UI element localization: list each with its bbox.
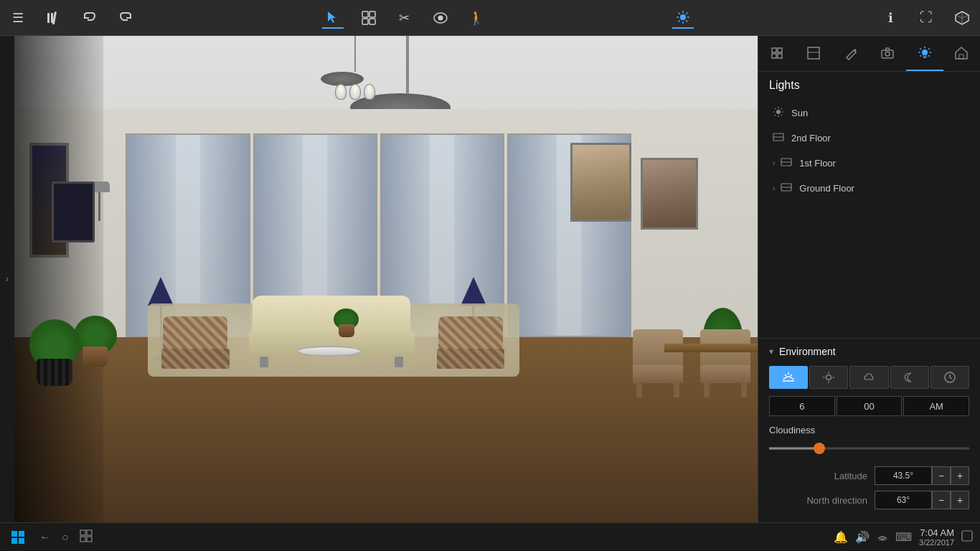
walk-icon[interactable]: 🚶 (466, 7, 487, 29)
3d-icon[interactable] (951, 7, 973, 29)
select-icon[interactable] (322, 7, 344, 29)
light-item-1st-floor-label: 1st Floor (799, 158, 836, 169)
svg-rect-69 (80, 537, 85, 542)
taskbar-volume-icon[interactable]: 🔊 (855, 530, 870, 544)
lights-panel-btn[interactable] (906, 36, 943, 71)
svg-line-34 (920, 55, 921, 57)
light-item-ground-floor[interactable]: › Ground Floor (769, 176, 969, 201)
light-item-ground-floor-label: Ground Floor (799, 183, 854, 194)
viewport[interactable] (14, 36, 758, 522)
eye-icon[interactable] (430, 7, 451, 29)
svg-line-32 (928, 55, 930, 57)
svg-rect-70 (87, 537, 92, 542)
dining-table (664, 344, 758, 352)
svg-rect-5 (362, 19, 368, 24)
time-btn-sunny[interactable] (809, 366, 848, 389)
env-chevron: ▾ (769, 347, 773, 357)
expand-arrow-ground: › (773, 184, 775, 192)
black-pot-plant (29, 319, 80, 386)
taskbar-notification-icon[interactable]: 🔔 (834, 530, 848, 544)
light-item-sun[interactable]: Sun (769, 100, 969, 126)
time-buttons-group (769, 366, 969, 389)
slider-thumb[interactable] (814, 443, 825, 454)
redo-icon[interactable] (115, 7, 136, 29)
taskbar-back-btn[interactable]: ← (39, 531, 51, 544)
svg-rect-64 (19, 531, 24, 537)
scissors-icon[interactable]: ✂ (394, 7, 415, 29)
environment-title: Environment (779, 346, 836, 357)
svg-rect-67 (80, 530, 85, 535)
taskbar-network-icon[interactable] (877, 530, 888, 545)
north-direction-minus-btn[interactable]: − (932, 491, 951, 509)
floor-item-icon-1 (781, 156, 792, 170)
latitude-plus-btn[interactable]: + (951, 466, 969, 485)
taskbar-clock: 7:04 AM 3/22/2017 (919, 527, 954, 547)
info-icon[interactable]: ℹ (880, 7, 901, 29)
svg-rect-63 (11, 531, 17, 537)
left-wall (14, 36, 103, 522)
cloudiness-label: Cloudiness (769, 425, 969, 435)
tools-panel-btn[interactable] (758, 36, 796, 71)
cloudiness-slider[interactable] (769, 441, 969, 456)
plant-left (74, 316, 117, 367)
latitude-minus-btn[interactable]: − (932, 466, 951, 485)
svg-line-42 (781, 115, 782, 116)
environment-section: ▾ Environment (758, 338, 980, 522)
svg-line-17 (679, 20, 680, 22)
svg-rect-3 (362, 11, 368, 17)
latitude-input[interactable] (875, 466, 932, 485)
sun-toolbar-icon[interactable] (672, 7, 694, 29)
layout-panel-btn[interactable] (796, 36, 833, 71)
taskbar: ← ○ 🔔 🔊 ⌨ 7:04 AM 3/22/2017 (0, 522, 980, 551)
svg-line-62 (950, 377, 952, 379)
light-item-2nd-floor[interactable]: 2nd Floor (769, 126, 969, 151)
taskbar-multiview-btn[interactable] (80, 529, 93, 545)
taskbar-keyboard-icon[interactable]: ⌨ (895, 530, 912, 544)
svg-line-16 (687, 12, 688, 14)
camera-panel-btn[interactable] (870, 36, 907, 71)
svg-point-71 (882, 540, 883, 541)
time-btn-night[interactable] (890, 366, 929, 389)
undo-icon[interactable] (79, 7, 100, 29)
svg-point-36 (776, 110, 781, 114)
house-panel-btn[interactable] (943, 36, 981, 71)
dining-chair-2 (633, 329, 683, 401)
svg-rect-65 (11, 538, 17, 544)
environment-header[interactable]: ▾ Environment (769, 346, 969, 357)
time-btn-clock[interactable] (930, 366, 969, 389)
time-hour[interactable]: 6 (769, 396, 835, 416)
time-period[interactable]: AM (903, 396, 969, 416)
taskbar-search-btn[interactable]: ○ (62, 531, 69, 544)
library-icon[interactable] (43, 7, 65, 29)
north-direction-input[interactable] (875, 491, 932, 509)
fullscreen-icon[interactable]: ⛶ (915, 7, 937, 29)
windows-start-btn[interactable] (7, 527, 29, 548)
svg-line-15 (687, 20, 688, 22)
clock-time: 7:04 AM (919, 527, 954, 538)
light-item-1st-floor[interactable]: › 1st Floor (769, 151, 969, 176)
latitude-row: Latitude − + (769, 466, 969, 485)
time-btn-sunrise[interactable] (769, 366, 808, 389)
paint-panel-btn[interactable] (832, 36, 870, 71)
svg-line-53 (785, 375, 786, 376)
lights-section: Lights Sun (758, 72, 980, 338)
svg-rect-72 (962, 531, 972, 541)
svg-rect-22 (808, 47, 819, 59)
time-display: 6 00 AM (769, 396, 969, 416)
slider-track (769, 448, 969, 450)
menu-icon[interactable]: ☰ (7, 7, 29, 29)
slider-fill (769, 448, 819, 450)
svg-point-55 (826, 375, 831, 380)
north-direction-plus-btn[interactable]: + (951, 491, 969, 509)
latitude-label: Latitude (769, 471, 875, 481)
time-btn-cloudy[interactable] (849, 366, 888, 389)
grid-icon[interactable] (358, 7, 380, 29)
svg-rect-66 (19, 538, 24, 544)
svg-rect-35 (959, 55, 963, 59)
north-direction-label: North direction (769, 495, 875, 506)
time-minute[interactable]: 00 (837, 396, 903, 416)
svg-line-14 (679, 12, 680, 14)
taskbar-notification-center-icon[interactable] (961, 530, 973, 545)
clock-date: 3/22/2017 (919, 538, 954, 547)
left-nav-arrow[interactable]: › (0, 36, 14, 522)
